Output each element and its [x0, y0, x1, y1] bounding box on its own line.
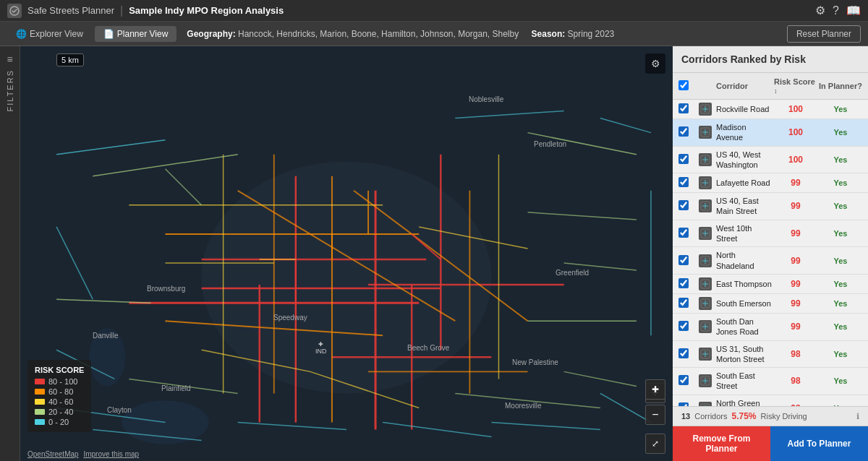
table-row[interactable]: US 40, East Main Street 99 Yes [673, 193, 868, 220]
corridor-risk-8: 99 [774, 279, 817, 289]
settings-icon[interactable]: ⚙ [815, 4, 825, 17]
corridor-map-icon-12 [699, 374, 712, 387]
main-area: ≡ FILTERS [0, 46, 868, 461]
corridor-checkbox-11[interactable] [678, 348, 689, 358]
corridor-map-icon-3 [699, 153, 712, 166]
add-to-planner-button[interactable]: Add To Planner [770, 426, 868, 461]
corridor-checkbox-12[interactable] [678, 375, 689, 385]
corridor-checkbox-7[interactable] [678, 255, 689, 265]
geography-value: Hancock, Hendricks, Marion, Boone, Hamil… [238, 29, 519, 39]
tab-explorer[interactable]: 🌐 Explorer View [7, 26, 92, 42]
legend-color-20-40 [35, 409, 45, 415]
tab-planner[interactable]: 📄 Planner View [95, 26, 177, 42]
table-row[interactable]: US 31, South Morton Street 98 Yes [673, 341, 868, 369]
corridor-in-planner-2: Yes [819, 128, 862, 137]
legend-label-20-40: 20 - 40 [48, 408, 73, 416]
corridor-in-planner-6: Yes [819, 229, 862, 238]
row-checkbox-cell[interactable] [678, 278, 697, 290]
tab-planner-label: Planner View [117, 29, 169, 39]
corridor-in-planner-1: Yes [819, 105, 862, 113]
planner-icon: 📄 [103, 29, 114, 39]
table-row[interactable]: South East Street 98 Yes [673, 368, 868, 395]
corridor-checkbox-5[interactable] [678, 200, 689, 210]
corridor-checkbox-1[interactable] [678, 103, 689, 113]
corridor-name-6: West 10th Street [716, 223, 773, 244]
corridors-list[interactable]: Rockville Road 100 Yes Madison Avenue 10… [673, 100, 868, 406]
row-checkbox-cell[interactable] [678, 348, 697, 360]
table-row[interactable]: US 40, West Washington 100 Yes [673, 147, 868, 174]
row-checkbox-cell[interactable] [678, 228, 697, 239]
filters-label[interactable]: FILTERS [6, 69, 14, 111]
info-icon[interactable]: 📖 [846, 4, 861, 17]
risk-score-col-header: Risk Score ↕ [774, 77, 817, 95]
improve-map-link[interactable]: Improve this map [83, 450, 139, 458]
corridors-panel: Corridors Ranked by Risk Corridor Risk S… [673, 46, 868, 461]
reset-planner-button[interactable]: Reset Planner [787, 25, 861, 43]
corridor-in-planner-3: Yes [819, 155, 862, 164]
table-row[interactable]: Lafayette Road 99 Yes [673, 173, 868, 193]
corridor-in-planner-10: Yes [819, 322, 862, 331]
row-checkbox-cell[interactable] [678, 375, 697, 387]
legend-item-0-20: 0 - 20 [35, 418, 84, 426]
corridor-checkbox-6[interactable] [678, 228, 689, 238]
table-row[interactable]: Madison Avenue 100 Yes [673, 119, 868, 147]
row-checkbox-cell[interactable] [678, 103, 697, 115]
risky-driving-percent: 5.75% [731, 411, 756, 421]
corridor-in-planner-4: Yes [819, 178, 862, 187]
map-settings-button[interactable]: ⚙ [645, 53, 665, 74]
map-visualization [20, 46, 673, 461]
corridor-col-header: Corridor [716, 82, 773, 90]
season-label: Season: [532, 29, 566, 39]
corridor-checkbox-3[interactable] [678, 154, 689, 164]
corridor-name-2: Madison Avenue [716, 122, 773, 143]
explorer-icon: 🌐 [16, 29, 27, 39]
corridor-map-icon-10 [699, 320, 712, 333]
row-checkbox-cell[interactable] [678, 177, 697, 189]
row-checkbox-cell[interactable] [678, 126, 697, 138]
corridor-risk-4: 99 [774, 178, 817, 188]
table-row[interactable]: South Dan Jones Road 99 Yes [673, 314, 868, 341]
corridor-checkbox-9[interactable] [678, 298, 689, 308]
row-checkbox-cell[interactable] [678, 321, 697, 332]
map-expand-button[interactable]: ⤢ [645, 434, 665, 454]
corridor-risk-1: 100 [774, 104, 817, 114]
help-icon[interactable]: ? [833, 4, 839, 17]
corridor-in-planner-12: Yes [819, 376, 862, 385]
corridor-checkbox-4[interactable] [678, 177, 689, 187]
legend-color-40-60 [35, 399, 45, 405]
row-checkbox-cell[interactable] [678, 154, 697, 165]
nav-bar: 🌐 Explorer View 📄 Planner View Geography… [0, 22, 868, 46]
map-area[interactable]: 5 km Noblesville Pendleton Brownsburg Da… [20, 46, 673, 461]
filters-sidebar: ≡ FILTERS [0, 46, 20, 461]
filter-toggle-icon[interactable]: ≡ [7, 53, 12, 65]
footer-info-icon[interactable]: ℹ [856, 412, 859, 421]
table-row[interactable]: South Emerson 99 Yes [673, 294, 868, 314]
legend-color-60-80 [35, 389, 45, 395]
remove-from-planner-button[interactable]: Remove From Planner [673, 426, 770, 461]
corridor-name-1: Rockville Road [716, 104, 773, 114]
row-checkbox-cell[interactable] [678, 200, 697, 212]
legend-item-60-80: 60 - 80 [35, 387, 84, 396]
legend-color-0-20 [35, 419, 45, 425]
select-all-checkbox[interactable] [678, 80, 689, 90]
openstreetmap-link[interactable]: OpenStreetMap [27, 450, 79, 458]
table-row[interactable]: North Shadeland 99 Yes [673, 247, 868, 275]
corridor-checkbox-10[interactable] [678, 321, 689, 331]
table-row[interactable]: Rockville Road 100 Yes [673, 100, 868, 119]
corridor-risk-5: 99 [774, 201, 817, 211]
table-row[interactable]: East Thompson 99 Yes [673, 275, 868, 294]
corridor-checkbox-8[interactable] [678, 278, 689, 288]
svg-point-2 [122, 400, 208, 444]
corridor-checkbox-2[interactable] [678, 126, 689, 137]
row-checkbox-cell[interactable] [678, 298, 697, 309]
corridor-name-12: South East Street [716, 371, 773, 392]
table-row[interactable]: North Green Street 98 Yes [673, 395, 868, 406]
row-checkbox-cell[interactable] [678, 255, 697, 267]
risk-sort-icon[interactable]: ↕ [774, 87, 778, 95]
corridor-map-icon-1 [699, 103, 712, 116]
corridor-risk-9: 99 [774, 298, 817, 309]
location-button[interactable]: ✚ [645, 379, 665, 400]
table-row[interactable]: West 10th Street 99 Yes [673, 220, 868, 248]
zoom-out-button[interactable]: − [645, 405, 665, 425]
corridor-name-3: US 40, West Washington [716, 150, 773, 171]
